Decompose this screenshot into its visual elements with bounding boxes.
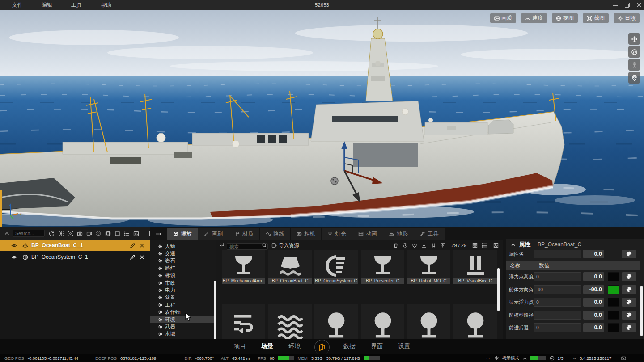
- color-swatch[interactable]: [608, 311, 619, 320]
- image-view-icon[interactable]: [493, 243, 499, 248]
- category-item[interactable]: 武器: [150, 323, 216, 330]
- viewport-canvas[interactable]: x: [0, 10, 644, 227]
- outliner-item-oceanboat[interactable]: BP_OceanBoat_C_1: [0, 240, 150, 251]
- asset-scrollbar[interactable]: [497, 268, 500, 311]
- color-swatch[interactable]: [608, 298, 619, 307]
- property-value[interactable]: 0.0: [583, 249, 604, 258]
- minimize-icon[interactable]: [613, 2, 618, 8]
- category-item[interactable]: 标识: [150, 272, 216, 279]
- palette-button[interactable]: [622, 249, 636, 258]
- category-item[interactable]: 农作物: [150, 309, 216, 316]
- pedestrian-tool-button[interactable]: [628, 59, 640, 71]
- outliner-search-input[interactable]: [13, 230, 45, 237]
- nav-scene[interactable]: 场景: [261, 342, 273, 350]
- restore-icon[interactable]: [624, 2, 630, 8]
- focus-selection-icon[interactable]: [68, 231, 73, 236]
- category-item[interactable]: 水域: [150, 331, 216, 338]
- tab-terrain[interactable]: 地形: [383, 228, 414, 240]
- edit-pencil-icon[interactable]: [130, 254, 136, 260]
- favorite-heart-icon[interactable]: [412, 243, 417, 248]
- upload-icon[interactable]: [440, 243, 445, 248]
- menu-tools[interactable]: 工具: [62, 0, 91, 10]
- palette-button[interactable]: [622, 272, 636, 281]
- category-item-environment[interactable]: 环境: [150, 316, 216, 323]
- fit-view-icon[interactable]: [96, 231, 102, 236]
- palette-button[interactable]: [622, 298, 636, 307]
- visibility-eye-icon[interactable]: [11, 254, 17, 260]
- property-input[interactable]: [534, 298, 581, 307]
- duplicate-icon[interactable]: [105, 231, 111, 236]
- sort-icon[interactable]: [431, 243, 436, 248]
- nav-ui[interactable]: 界面: [371, 342, 383, 350]
- nav-project[interactable]: 项目: [234, 342, 246, 350]
- properties-scrollbar[interactable]: [640, 286, 643, 336]
- menu-help[interactable]: 帮助: [91, 0, 121, 10]
- record-video-icon[interactable]: [86, 231, 92, 236]
- nav-data[interactable]: 数据: [343, 342, 356, 350]
- close-icon[interactable]: [636, 2, 641, 8]
- category-item[interactable]: 盆景: [150, 294, 216, 301]
- sunlight-button[interactable]: 日照: [614, 13, 640, 23]
- history-icon[interactable]: [402, 243, 408, 248]
- tab-brush[interactable]: 画刷: [198, 228, 229, 240]
- category-item[interactable]: 岩石: [150, 257, 216, 265]
- category-item[interactable]: 工程: [150, 301, 216, 308]
- delete-x-icon[interactable]: [139, 243, 145, 248]
- property-input[interactable]: [534, 249, 581, 258]
- menu-file[interactable]: 文件: [3, 0, 32, 10]
- tab-animation[interactable]: 动画: [352, 228, 383, 240]
- property-input[interactable]: [534, 272, 581, 281]
- category-item[interactable]: 市政: [150, 279, 216, 286]
- tab-tools[interactable]: 工具: [414, 228, 445, 240]
- category-item[interactable]: 人物: [150, 243, 216, 250]
- property-value[interactable]: 0.0: [583, 298, 604, 307]
- property-input[interactable]: [534, 311, 581, 320]
- download-icon[interactable]: [421, 243, 427, 248]
- asset-card[interactable]: BP_OceanSystem_C: [314, 250, 358, 284]
- palette-button[interactable]: [622, 323, 636, 332]
- delete-x-icon[interactable]: [139, 254, 145, 260]
- frame-icon[interactable]: [114, 231, 120, 236]
- location-tool-button[interactable]: [628, 72, 640, 84]
- category-item[interactable]: 电力: [150, 286, 216, 294]
- tab-light[interactable]: 灯光: [322, 228, 352, 240]
- view-button[interactable]: 视图: [552, 13, 578, 23]
- asset-card[interactable]: BP_VisualBox_C: [453, 250, 497, 284]
- tab-material[interactable]: 材质: [229, 228, 259, 240]
- trash-icon[interactable]: [393, 243, 398, 248]
- color-swatch[interactable]: [608, 272, 619, 281]
- palette-button[interactable]: [622, 311, 636, 320]
- viewport[interactable]: x 画质 速度 视图 截图 日照: [0, 10, 644, 227]
- property-value[interactable]: 0.0: [583, 323, 604, 332]
- tab-place[interactable]: 摆放: [167, 228, 198, 240]
- collapse-list-icon[interactable]: [153, 228, 165, 240]
- speed-button[interactable]: 速度: [521, 13, 547, 23]
- stats-chart-icon[interactable]: [133, 231, 139, 236]
- collapse-properties-icon[interactable]: [511, 242, 516, 247]
- tab-camera[interactable]: 相机: [291, 228, 321, 240]
- property-input[interactable]: [534, 285, 581, 294]
- list-mode-icon[interactable]: [124, 231, 130, 236]
- edit-pencil-icon[interactable]: [130, 243, 136, 248]
- envelope-icon[interactable]: [621, 356, 626, 361]
- collapse-panel-icon[interactable]: [4, 231, 10, 236]
- property-value[interactable]: 0.0: [583, 311, 604, 320]
- property-input[interactable]: [534, 323, 581, 332]
- menu-edit[interactable]: 编辑: [32, 0, 62, 10]
- globe-tool-button[interactable]: [628, 46, 640, 58]
- app-logo-icon[interactable]: [314, 340, 330, 355]
- move-tool-button[interactable]: [628, 33, 640, 45]
- property-value[interactable]: -90.0: [583, 285, 604, 294]
- quality-button[interactable]: 画质: [490, 13, 516, 23]
- grid-view-icon[interactable]: [472, 243, 478, 248]
- asset-card[interactable]: BP_MechanicalArm_: [222, 250, 265, 284]
- color-swatch[interactable]: [608, 323, 619, 332]
- screenshot-button[interactable]: 截图: [583, 13, 609, 23]
- property-value[interactable]: 0.0: [583, 272, 604, 281]
- category-item[interactable]: 路灯: [150, 265, 216, 272]
- outliner-item-oceansystem[interactable]: BP_OceanSystem_C_1: [0, 251, 150, 263]
- asset-card[interactable]: BP_OceanBoat_C: [268, 250, 312, 284]
- palette-button[interactable]: [622, 285, 636, 294]
- category-item[interactable]: 交通: [150, 250, 216, 257]
- tab-route[interactable]: 路线: [260, 228, 290, 240]
